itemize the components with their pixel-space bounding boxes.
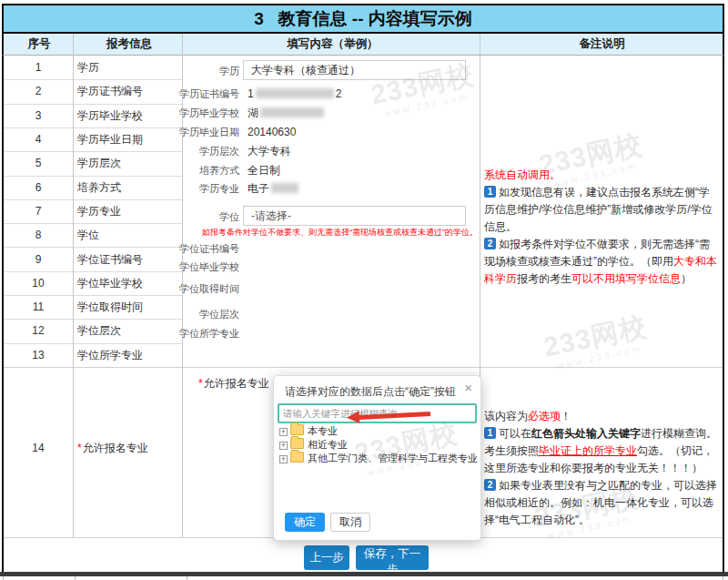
dialog-title: 请选择对应的数据后点击“确定”按钮 — [285, 384, 456, 400]
row-divider — [723, 576, 723, 580]
folder-icon — [290, 424, 304, 435]
row-divider — [4, 343, 182, 344]
field-value: 电子 — [248, 182, 300, 195]
row-divider — [4, 295, 182, 296]
table-header-row: 序号 报考信息 填写内容（举例） 备注说明 — [2, 34, 724, 56]
required-asterisk: * — [77, 442, 82, 454]
field-label: 培养方式 — [177, 164, 239, 177]
redacted-text — [271, 183, 298, 193]
education-info-example-page: 3 教育信息 -- 内容填写示例 序号 报考信息 填写内容（举例） 备注说明 1… — [0, 0, 728, 580]
field-label: 学位取得时间 — [177, 282, 239, 295]
redacted-text — [256, 88, 334, 98]
row-divider — [187, 576, 187, 580]
col-header-field: 报考信息 — [75, 34, 184, 55]
number-badge-icon: 1 — [484, 427, 496, 439]
tree-item-similar-major[interactable]: +相近专业 — [279, 438, 348, 451]
table-row: 14*允许报名专业 — [3, 441, 276, 455]
table-border-right — [723, 56, 724, 572]
row-divider — [4, 151, 182, 152]
row-divider — [4, 104, 182, 105]
column-divider — [182, 34, 183, 537]
field-value: 全日制 — [248, 164, 280, 177]
watermark: 233网校www.233.com — [525, 305, 668, 376]
close-icon[interactable]: × — [464, 381, 472, 394]
row-divider — [4, 176, 182, 177]
col-header-content: 填写内容（举例） — [184, 34, 481, 55]
field-label: 学历毕业学校 — [177, 107, 239, 119]
remarks-major-block: 该内容为必选项！ 1可以在红色箭头处输入关键字进行模糊查询。考生须按照毕业证上的… — [484, 408, 718, 529]
tree-item-other-major[interactable]: +其他工学门类、管理科学与工程类专业 — [279, 452, 478, 464]
table-row: 13学位所学专业 — [3, 348, 276, 362]
field-label: 学历毕业日期 — [177, 126, 239, 138]
field-label: 学历 — [177, 65, 239, 77]
folder-icon — [290, 452, 304, 463]
field-value: 12 — [248, 87, 341, 100]
column-divider — [73, 34, 74, 537]
table-bottom-border — [0, 572, 728, 576]
xueli-input[interactable]: 大学专科（核查通过） — [243, 60, 466, 80]
number-badge-icon: 1 — [484, 186, 496, 198]
field-label: 学历专业 — [177, 182, 239, 195]
row-divider — [4, 127, 182, 128]
select-major-dialog: 请选择对应的数据后点击“确定”按钮 × +本专业 +相近专业 +其他工学门类、管… — [273, 375, 481, 541]
confirm-button[interactable]: 确定 — [285, 513, 325, 532]
row-divider — [4, 319, 182, 320]
redacted-text — [260, 107, 324, 117]
previous-step-button[interactable]: 上一步 — [304, 545, 349, 570]
field-label: 学位 — [177, 210, 239, 223]
expand-icon[interactable]: + — [279, 455, 288, 463]
row-divider — [4, 367, 723, 368]
field-label: 学位层次 — [177, 308, 239, 321]
field-label: 学位证书编号 — [177, 242, 239, 255]
allow-major-field-label: *允许报名专业 — [198, 376, 269, 392]
col-header-index: 序号 — [4, 34, 75, 55]
row-divider — [3, 576, 4, 580]
field-value: 湖 — [248, 107, 326, 119]
row-divider — [75, 576, 76, 580]
number-badge-icon: 2 — [484, 238, 496, 249]
field-value: 20140630 — [248, 126, 296, 138]
remark-intro: 系统自动调用。 — [484, 168, 561, 181]
expand-icon[interactable]: + — [279, 442, 288, 450]
page-title: 3 教育信息 -- 内容填写示例 — [2, 4, 724, 34]
field-label: 学位毕业学校 — [177, 260, 239, 273]
tree-item-own-major[interactable]: +本专业 — [279, 424, 338, 437]
number-badge-icon: 2 — [484, 479, 496, 491]
cancel-button[interactable]: 取消 — [330, 513, 370, 532]
col-header-remarks: 备注说明 — [481, 34, 723, 55]
field-label: 学历证书编号 — [177, 87, 239, 100]
field-label: 学位所学专业 — [177, 327, 239, 340]
required-asterisk: * — [198, 377, 203, 390]
row-divider — [4, 79, 182, 80]
row-divider — [4, 223, 182, 224]
degree-warning-note: 如报考条件对学位不做要求、则无需选择“需现场核查或核查未通过”的学位。 — [202, 227, 482, 239]
degree-select[interactable]: -请选择- — [243, 206, 466, 226]
row-divider — [4, 199, 182, 200]
save-next-step-button[interactable]: 保存，下一步 — [356, 545, 429, 570]
row-divider — [4, 247, 182, 248]
field-label: 学历层次 — [177, 145, 239, 158]
row-divider — [4, 271, 182, 272]
folder-icon — [290, 438, 304, 449]
expand-icon[interactable]: + — [279, 428, 288, 436]
remarks-degree-block: 系统自动调用。 1如发现信息有误，建议点击报名系统左侧“学历信息维护/学位信息维… — [484, 167, 718, 288]
field-value: 大学专科 — [248, 145, 291, 158]
